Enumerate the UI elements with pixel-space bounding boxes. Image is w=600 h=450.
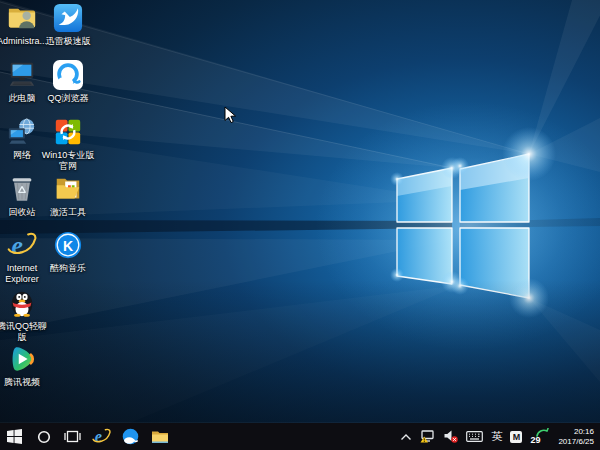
desktop-icon-activation-tool[interactable]: 激活工具 bbox=[41, 174, 95, 218]
desktop-icon-thunder[interactable]: 迅雷极速版 bbox=[41, 3, 95, 47]
touch-keyboard-icon bbox=[466, 431, 483, 442]
tray-touch-keyboard-button[interactable] bbox=[466, 423, 483, 450]
network-icon bbox=[7, 117, 37, 147]
clock-date: 2017/6/25 bbox=[558, 437, 594, 447]
file-explorer-folder-icon bbox=[152, 430, 168, 443]
internet-explorer-icon: e bbox=[7, 230, 37, 260]
this-pc-icon bbox=[7, 60, 37, 90]
taskbar-qq-browser-button[interactable] bbox=[116, 423, 145, 450]
desktop-icon-label: 腾讯视频 bbox=[0, 377, 49, 388]
desktop-icon-qq-light[interactable]: 腾讯QQ轻聊版 bbox=[0, 288, 49, 343]
tray-clock[interactable]: 20:16 2017/6/25 bbox=[556, 427, 596, 446]
tray-volume-button[interactable] bbox=[444, 423, 458, 450]
qq-browser-icon bbox=[53, 60, 83, 90]
tray-ime-mode-button[interactable]: M bbox=[510, 423, 522, 450]
tray-chevron-button[interactable] bbox=[400, 423, 412, 450]
start-button[interactable] bbox=[0, 423, 29, 450]
ime-mode-icon: M bbox=[510, 431, 522, 443]
tencent-video-icon bbox=[7, 344, 37, 374]
clock-time: 20:16 bbox=[558, 427, 594, 437]
network-warning-icon bbox=[420, 430, 436, 443]
taskbar-ie-button[interactable]: e bbox=[87, 423, 116, 450]
desktop-icon-label: 腾讯QQ轻聊版 bbox=[0, 321, 49, 343]
win10-colored-windows-icon bbox=[53, 117, 83, 147]
svg-text:e: e bbox=[95, 428, 102, 446]
qq-browser-icon bbox=[122, 428, 139, 445]
tray-speed-gauge[interactable]: 29 bbox=[530, 423, 548, 450]
cortana-circle-icon bbox=[37, 430, 51, 444]
desktop-icon-label: Win10专业版官网 bbox=[41, 150, 95, 172]
desktop-icon-tencent-video[interactable]: 腾讯视频 bbox=[0, 344, 49, 388]
svg-text:e: e bbox=[11, 231, 22, 260]
speaker-muted-icon bbox=[444, 430, 458, 443]
qq-penguin-icon bbox=[7, 288, 37, 318]
desktop-icon-label: 迅雷极速版 bbox=[41, 36, 95, 47]
desktop-icon-kugou-music[interactable]: K 酷狗音乐 bbox=[41, 230, 95, 274]
taskbar: e bbox=[0, 423, 600, 450]
thunder-bird-icon bbox=[53, 3, 83, 33]
desktop-icon-win10-site[interactable]: Win10专业版官网 bbox=[41, 117, 95, 172]
task-view-icon bbox=[64, 430, 81, 443]
user-folder-icon bbox=[7, 3, 37, 33]
search-button[interactable] bbox=[29, 423, 58, 450]
desktop-icon-label: QQ浏览器 bbox=[41, 93, 95, 104]
desktop-icon-qq-browser[interactable]: QQ浏览器 bbox=[41, 60, 95, 104]
windows-desktop: { "desktop": { "col1": [ {"label": "Admi… bbox=[0, 0, 600, 450]
kugou-music-icon: K bbox=[53, 230, 83, 260]
desktop-icon-label: 激活工具 bbox=[41, 207, 95, 218]
tray-network-button[interactable] bbox=[420, 423, 436, 450]
task-view-button[interactable] bbox=[58, 423, 87, 450]
system-tray: 英 M 29 20:16 2017/6/25 bbox=[400, 423, 600, 450]
chevron-up-icon bbox=[400, 433, 412, 441]
windows-start-icon bbox=[7, 429, 22, 444]
tray-language-indicator[interactable]: 英 bbox=[491, 423, 502, 450]
recycle-bin-icon bbox=[7, 174, 37, 204]
desktop-icon-label: 酷狗音乐 bbox=[41, 263, 95, 274]
gauge-value: 29 bbox=[530, 435, 540, 445]
taskbar-file-explorer-button[interactable] bbox=[145, 423, 174, 450]
svg-text:K: K bbox=[63, 238, 74, 254]
activation-folder-icon bbox=[53, 174, 83, 204]
internet-explorer-icon: e bbox=[92, 427, 111, 446]
